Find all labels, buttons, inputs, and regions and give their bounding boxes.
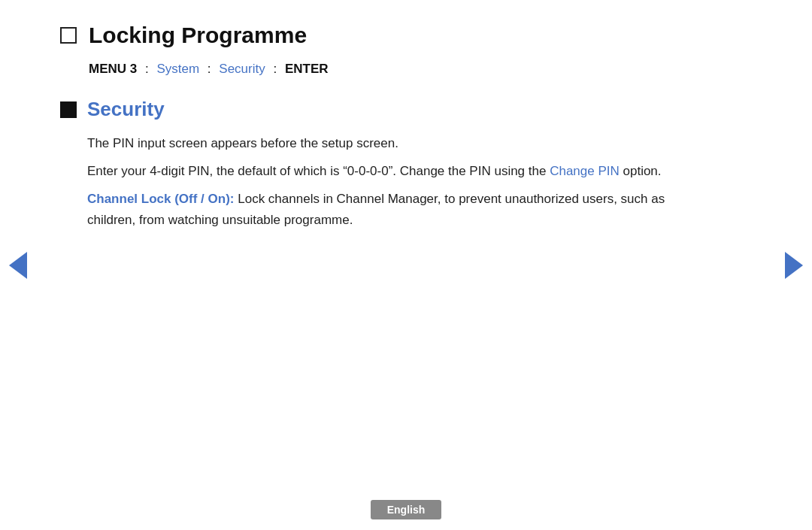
breadcrumb: MENU 3 : System : Security : ENTER (89, 62, 692, 77)
change-pin-link[interactable]: Change PIN (550, 164, 620, 178)
paragraph-2: Enter your 4-digit PIN, the default of w… (87, 161, 692, 181)
bottom-bar: English (0, 500, 812, 530)
channel-lock-link[interactable]: Channel Lock (Off / On): (87, 192, 235, 206)
nav-arrow-right[interactable] (785, 252, 803, 279)
paragraph-2-part2: option. (620, 164, 662, 178)
title-checkbox-icon (60, 27, 77, 44)
title-row: Locking Programme (60, 23, 692, 48)
main-content: Locking Programme MENU 3 : System : Secu… (0, 0, 752, 260)
paragraph-1-text: The PIN input screen appears before the … (87, 136, 398, 150)
breadcrumb-separator-2: : (208, 62, 211, 76)
breadcrumb-separator-1: : (145, 62, 149, 76)
breadcrumb-enter: ENTER (285, 62, 329, 76)
breadcrumb-menu: MENU 3 (89, 62, 137, 76)
paragraph-2-part1: Enter your 4-digit PIN, the default of w… (87, 164, 550, 178)
breadcrumb-system[interactable]: System (156, 62, 199, 76)
breadcrumb-security[interactable]: Security (219, 62, 265, 76)
section-body: The PIN input screen appears before the … (87, 133, 692, 230)
page-title: Locking Programme (89, 23, 307, 48)
nav-arrow-left[interactable] (9, 252, 27, 279)
breadcrumb-separator-3: : (273, 62, 277, 76)
language-badge[interactable]: English (371, 500, 442, 519)
paragraph-1: The PIN input screen appears before the … (87, 133, 692, 153)
section-title: Security (87, 98, 165, 121)
section-header: Security (60, 98, 692, 121)
paragraph-3: Channel Lock (Off / On): Lock channels i… (87, 189, 692, 229)
section-square-icon (60, 101, 77, 118)
